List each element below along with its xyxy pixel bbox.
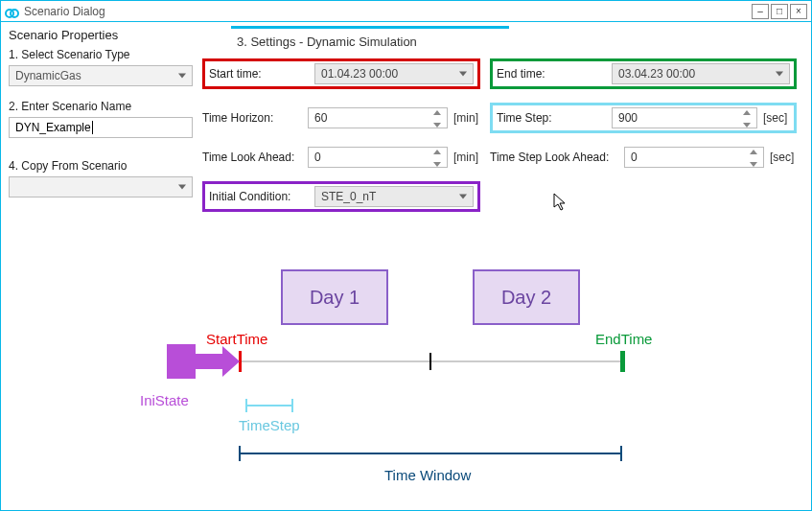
- time-horizon-value: 60: [314, 111, 327, 125]
- inistate-arrow-head-icon: [222, 346, 240, 377]
- scenario-dialog-window: Scenario Dialog – □ × Scenario Propertie…: [0, 0, 812, 511]
- end-time-field[interactable]: 03.04.23 00:00: [612, 63, 790, 84]
- maximize-button[interactable]: □: [771, 4, 788, 19]
- time-horizon-unit: [min]: [448, 111, 480, 125]
- sidebar: Scenario Properties 1. Select Scenario T…: [7, 26, 198, 212]
- window-buttons: – □ ×: [750, 4, 807, 19]
- step2-label: 2. Enter Scenario Name: [9, 100, 193, 113]
- start-time-group: Start time: 01.04.23 00:00: [202, 58, 480, 89]
- step4-label: 4. Copy From Scenario: [9, 159, 193, 173]
- time-step-field[interactable]: 900: [612, 107, 757, 128]
- main-panel: 3. Settings - Dynamic Simulation Start t…: [198, 26, 805, 212]
- day2-box: Day 2: [473, 269, 580, 325]
- time-step-value: 900: [618, 111, 638, 125]
- start-time-diagram-label: StartTime: [206, 331, 267, 347]
- end-time-group: End time: 03.04.23 00:00: [490, 58, 797, 89]
- chevron-down-icon: [178, 74, 186, 79]
- step1-label: 1. Select Scenario Type: [9, 48, 193, 61]
- spinner-icon[interactable]: [743, 110, 753, 128]
- time-look-ahead-unit: [min]: [448, 151, 480, 164]
- start-time-label: Start time:: [209, 67, 314, 81]
- titlebar: Scenario Dialog – □ ×: [1, 1, 811, 22]
- end-time-diagram-label: EndTime: [595, 331, 652, 347]
- scenario-type-value: DynamicGas: [15, 69, 81, 82]
- spinner-icon[interactable]: [433, 110, 443, 128]
- chevron-down-icon: [178, 185, 186, 190]
- end-time-value: 03.04.23 00:00: [618, 67, 695, 81]
- time-horizon-field[interactable]: 60: [308, 107, 448, 128]
- time-step-look-ahead-field[interactable]: 0: [624, 147, 764, 168]
- timewindow-label: Time Window: [384, 467, 471, 483]
- settings-grid: Start time: 01.04.23 00:00 End time: 03.…: [202, 58, 801, 212]
- mid-tick: [429, 353, 431, 370]
- time-step-label: Time Step:: [497, 111, 612, 125]
- day1-box: Day 1: [281, 269, 388, 325]
- time-horizon-group: Time Horizon: 60 [min]: [202, 103, 480, 133]
- end-tick: [620, 351, 625, 372]
- end-time-label: End time:: [497, 67, 612, 81]
- time-step-look-ahead-value: 0: [631, 151, 638, 164]
- start-time-value: 01.04.23 00:00: [321, 67, 398, 81]
- time-look-ahead-field[interactable]: 0: [308, 147, 448, 168]
- minimize-button[interactable]: –: [752, 4, 769, 19]
- scenario-name-value: DYN_Example: [15, 121, 91, 134]
- start-time-field[interactable]: 01.04.23 00:00: [314, 63, 474, 84]
- timewindow-bracket: [239, 446, 622, 461]
- time-look-ahead-label: Time Look Ahead:: [202, 151, 308, 164]
- time-step-look-ahead-group: Time Step Look Ahead: 0 [sec]: [490, 147, 797, 168]
- initial-condition-group: Initial Condition: STE_0_nT: [202, 181, 480, 212]
- timestep-bracket: [245, 399, 293, 412]
- inistate-label: IniState: [140, 392, 189, 408]
- initial-condition-value: STE_0_nT: [321, 190, 376, 203]
- inistate-block: [167, 344, 196, 379]
- time-look-ahead-value: 0: [314, 151, 321, 164]
- spinner-icon[interactable]: [750, 150, 759, 167]
- chevron-down-icon: [459, 72, 467, 77]
- chevron-down-icon: [776, 72, 783, 77]
- close-button[interactable]: ×: [790, 4, 807, 19]
- sidebar-heading: Scenario Properties: [9, 28, 193, 42]
- scenario-type-combo[interactable]: DynamicGas: [9, 65, 193, 86]
- spinner-icon[interactable]: [433, 150, 443, 167]
- time-look-ahead-group: Time Look Ahead: 0 [min]: [202, 147, 480, 168]
- copy-from-combo[interactable]: [9, 176, 193, 197]
- text-cursor: [92, 121, 93, 134]
- window-title: Scenario Dialog: [24, 5, 105, 18]
- initial-condition-field[interactable]: STE_0_nT: [314, 186, 474, 207]
- timeline-diagram: Day 1 Day 2 StartTime EndTime IniState T…: [1, 269, 811, 499]
- timestep-label: TimeStep: [239, 417, 300, 433]
- time-step-unit: [sec]: [757, 111, 790, 125]
- time-horizon-label: Time Horizon:: [202, 111, 308, 125]
- time-step-look-ahead-unit: [sec]: [764, 151, 797, 164]
- scenario-name-input[interactable]: DYN_Example: [9, 117, 193, 138]
- section-title: 3. Settings - Dynamic Simulation: [231, 26, 509, 58]
- app-icon: [5, 5, 18, 18]
- chevron-down-icon: [459, 195, 467, 199]
- inistate-arrow-stem: [196, 354, 222, 369]
- initial-condition-label: Initial Condition:: [209, 190, 314, 203]
- time-step-look-ahead-label: Time Step Look Ahead:: [490, 151, 624, 164]
- time-step-group: Time Step: 900 [sec]: [490, 103, 797, 133]
